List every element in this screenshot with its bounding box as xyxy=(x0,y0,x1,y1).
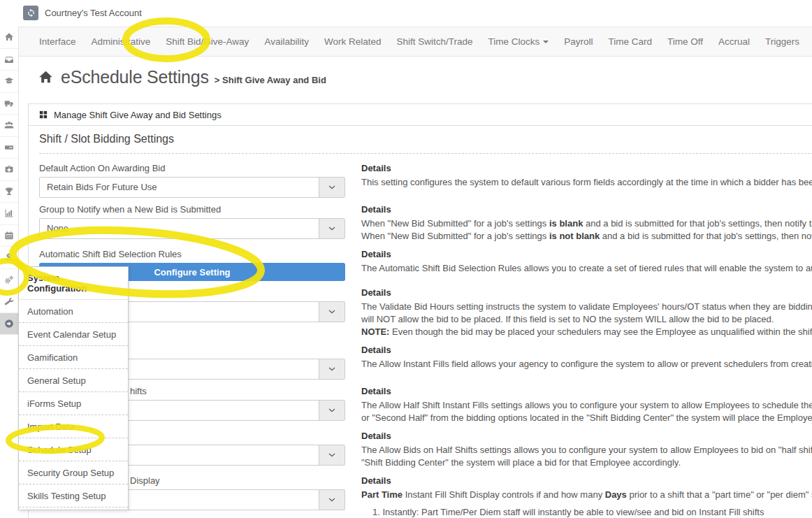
setting-select[interactable]: Retain Bids For Future Use xyxy=(39,177,345,198)
menu-item-import-data[interactable]: Import Data xyxy=(19,415,128,438)
top-bar: Courtney's Test Account xyxy=(0,0,812,27)
sidebar-item-bar-chart[interactable] xyxy=(0,203,18,225)
sidebar-item-dollar[interactable]: $ xyxy=(0,247,18,269)
details-line: "Shift Bidding Center" the system will p… xyxy=(361,456,812,469)
menu-item-event-calendar-setup[interactable]: Event Calendar Setup xyxy=(19,323,128,346)
details-heading: Details xyxy=(361,287,812,298)
arrow-circle-right-icon xyxy=(4,319,14,329)
nav-item-label: Administrative xyxy=(92,36,151,47)
details-block: DetailsThe Validate Bid Hours setting in… xyxy=(345,287,812,338)
details-block: DetailsWhen "New Bid Submitted" for a jo… xyxy=(345,204,812,243)
panel-title: Manage Shift Give Away and Bid Settings xyxy=(54,110,222,120)
menu-item-automation[interactable]: Automation xyxy=(19,300,128,323)
drive-icon xyxy=(4,143,14,152)
setting-row: DetailsThe Validate Bid Hours setting in… xyxy=(39,287,812,338)
details-line: Part Time Instant Fill Shift Display con… xyxy=(361,489,812,501)
bar-chart-icon xyxy=(4,208,14,218)
chevron-down-icon xyxy=(543,41,549,43)
refresh-button[interactable] xyxy=(23,6,38,20)
nav-item-availability[interactable]: Availability xyxy=(256,36,317,47)
nav-item-interface[interactable]: Interface xyxy=(31,36,84,47)
nav-item-time-clocks[interactable]: Time Clocks xyxy=(481,36,557,47)
setting-row: DisplayDetailsPart Time Instant Fill Shi… xyxy=(39,475,812,518)
main-nav: InterfaceAdministrativeShift Bid/Give-Aw… xyxy=(18,27,812,57)
details-heading: Details xyxy=(361,345,812,355)
setting-row: DetailsThe Allow Instant Fills field all… xyxy=(39,345,812,380)
details-line: will NOT allow the bid to be placed. If … xyxy=(361,313,812,326)
account-name: Courtney's Test Account xyxy=(45,0,142,27)
medkit-icon xyxy=(4,164,14,174)
setting-row: Group to Notify when a New Bid is Submit… xyxy=(39,204,812,243)
sidebar-item-truck[interactable] xyxy=(0,93,18,115)
nav-item-label: Time Off xyxy=(667,36,703,47)
select-value: Retain Bids For Future Use xyxy=(40,178,319,197)
sidebar-item-users[interactable] xyxy=(0,115,18,137)
select-value: None xyxy=(40,219,319,238)
sidebar-item-wrench[interactable] xyxy=(0,291,18,313)
sidebar-item-drive[interactable] xyxy=(0,137,18,159)
nav-item-label: Work Related xyxy=(324,36,382,47)
nav-item-shift-bid-give-away[interactable]: Shift Bid/Give-Away xyxy=(158,36,256,47)
nav-item-label: Interface xyxy=(39,36,76,47)
trophy-icon xyxy=(4,187,14,196)
sidebar-item-gears[interactable] xyxy=(0,269,18,292)
truck-icon xyxy=(4,99,14,108)
nav-item-accrual[interactable]: Accrual xyxy=(711,36,757,47)
nav-item-shift-switch-trade[interactable]: Shift Switch/Trade xyxy=(389,36,480,47)
details-block: DetailsThe Allow Instant Fills field all… xyxy=(345,345,812,380)
details-block: DetailsThe Automatic Shift Bid Selection… xyxy=(345,249,812,281)
nav-item-label: Time Card xyxy=(609,36,653,47)
nav-item-work-related[interactable]: Work Related xyxy=(317,36,389,47)
chevron-down-icon xyxy=(319,359,345,379)
nav-item-administrative[interactable]: Administrative xyxy=(84,36,159,47)
breadcrumb-path: > Shift Give Away and Bid xyxy=(215,75,326,85)
chevron-down-icon xyxy=(319,178,345,197)
nav-item-payroll[interactable]: Payroll xyxy=(556,36,600,47)
setting-label: Group to Notify when a New Bid is Submit… xyxy=(39,204,345,215)
sidebar-item-home[interactable] xyxy=(0,27,18,49)
nav-item-time-card[interactable]: Time Card xyxy=(601,36,660,47)
nav-item-label: Shift Bid/Give-Away xyxy=(166,36,249,47)
menu-item-iforms-setup[interactable]: iForms Setup xyxy=(19,392,128,415)
details-block: DetailsThe Allow Bids on Half Shifts set… xyxy=(345,431,812,469)
graduation-cap-icon xyxy=(4,76,14,86)
menu-item-skills-testing-setup[interactable]: Skills Testing Setup xyxy=(19,484,128,508)
sidebar-item-inbox[interactable] xyxy=(0,49,18,71)
details-heading: Details xyxy=(361,386,812,396)
chevron-down-icon xyxy=(319,490,345,510)
nav-item-triggers[interactable]: Triggers xyxy=(757,36,807,47)
nav-item-riders[interactable]: Riders xyxy=(807,36,812,47)
sidebar-item-calendar[interactable] xyxy=(0,225,18,247)
calendar-icon xyxy=(4,231,14,240)
menu-item-gamification[interactable]: Gamification xyxy=(19,346,128,369)
wrench-icon xyxy=(4,296,14,306)
refresh-icon xyxy=(27,8,36,17)
setting-label: Default Action On Awarding Bid xyxy=(39,163,345,173)
panel-header: Manage Shift Give Away and Bid Settings xyxy=(29,104,812,126)
menu-item-general-setup[interactable]: General Setup xyxy=(19,369,128,392)
sidebar-item-graduation-cap[interactable] xyxy=(0,71,18,93)
setting-row: hiftsDetailsThe Allow Half Shift Instant… xyxy=(39,386,812,424)
setting-row: Default Action On Awarding BidRetain Bid… xyxy=(39,163,812,198)
nav-item-label: Accrual xyxy=(718,36,750,47)
menu-item-schedule-setup[interactable]: Schedule Setup xyxy=(19,438,128,461)
details-heading: Details xyxy=(361,249,812,259)
setting-row: DetailsThe Allow Bids on Half Shifts set… xyxy=(39,431,812,469)
inbox-icon xyxy=(4,55,14,64)
menu-header: System Configuration xyxy=(19,267,128,300)
nav-item-time-off[interactable]: Time Off xyxy=(660,36,711,47)
setting-select[interactable]: None xyxy=(39,218,345,239)
nav-item-label: Availability xyxy=(264,36,309,47)
chevron-down-icon xyxy=(319,302,345,322)
sidebar-item-arrow-circle-right[interactable] xyxy=(0,313,18,336)
menu-item-security-group-setup[interactable]: Security Group Setup xyxy=(19,461,128,484)
details-line: NOTE: Even though the bid may be placed … xyxy=(361,326,812,338)
details-line: The Validate Bid Hours setting instructs… xyxy=(361,301,812,313)
page-title: eSchedule Settings xyxy=(61,67,209,87)
nav-item-label: Payroll xyxy=(564,36,593,47)
details-line: or "Second Half" from the bidding option… xyxy=(361,412,812,424)
details-block: DetailsPart Time Instant Fill Shift Disp… xyxy=(345,475,812,518)
details-line: The Allow Half Shift Instant Fills setti… xyxy=(361,399,812,412)
sidebar-item-trophy[interactable] xyxy=(0,181,18,203)
sidebar-item-medkit[interactable] xyxy=(0,159,18,181)
